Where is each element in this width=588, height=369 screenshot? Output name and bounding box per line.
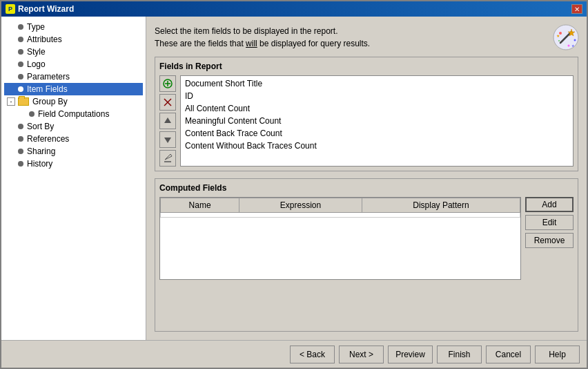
bullet-icon <box>18 136 23 142</box>
computed-inner: Name Expression Display Pattern Add <box>159 197 574 280</box>
list-item[interactable]: Document Short Title <box>182 77 571 90</box>
sidebar-item-style[interactable]: Style <box>4 46 143 58</box>
next-button[interactable]: Next > <box>339 346 384 363</box>
add-computed-button[interactable]: Add <box>525 197 574 212</box>
bullet-icon <box>18 149 23 154</box>
bullet-icon <box>18 37 23 42</box>
help-button[interactable]: Help <box>535 346 580 363</box>
add-field-button[interactable] <box>159 75 176 92</box>
fields-list[interactable]: Document Short Title ID All Content Coun… <box>180 75 574 167</box>
sidebar-item-group-by[interactable]: - Group By <box>4 95 143 108</box>
sidebar-item-parameters[interactable]: Parameters <box>4 70 143 83</box>
remove-field-button[interactable] <box>159 94 176 111</box>
sidebar-item-type[interactable]: Type <box>4 21 143 33</box>
report-wizard-window: P Report Wizard ✕ Type Attributes Style <box>0 0 588 369</box>
col-header-display-pattern: Display Pattern <box>362 198 520 213</box>
right-panel: ★ ★ Select the item fields to be display… <box>146 17 587 340</box>
wizard-wand-svg: ★ ★ <box>552 23 580 51</box>
svg-line-17 <box>165 154 170 160</box>
sidebar-item-sharing[interactable]: Sharing <box>4 145 143 158</box>
close-button[interactable]: ✕ <box>571 4 582 14</box>
svg-text:★: ★ <box>556 34 560 38</box>
list-item[interactable]: Content Without Back Traces Count <box>182 140 571 152</box>
wizard-icon: ★ ★ <box>552 23 580 53</box>
finish-button[interactable]: Finish <box>437 346 482 363</box>
description-line1: Select the item fields to be displayed i… <box>155 25 578 37</box>
sidebar-item-field-computations[interactable]: Field Computations <box>4 108 143 120</box>
fields-in-report-section: Fields in Report <box>155 57 578 171</box>
svg-line-18 <box>170 154 172 156</box>
move-down-button[interactable] <box>159 131 176 148</box>
fields-container: Document Short Title ID All Content Coun… <box>159 75 574 167</box>
sidebar-item-sort-by[interactable]: Sort By <box>4 120 143 133</box>
description-block: Select the item fields to be displayed i… <box>155 25 578 50</box>
fields-in-report-title: Fields in Report <box>159 62 574 71</box>
sidebar: Type Attributes Style Logo Parameters <box>1 17 146 340</box>
list-item[interactable]: Meaningful Content Count <box>182 115 571 127</box>
back-button[interactable]: < Back <box>290 346 335 363</box>
svg-marker-15 <box>164 138 171 143</box>
folder-icon <box>18 97 29 106</box>
list-item[interactable]: Content Back Trace Count <box>182 127 571 140</box>
preview-button[interactable]: Preview <box>388 346 433 363</box>
list-item[interactable]: All Content Count <box>182 102 571 115</box>
bullet-icon <box>18 86 23 92</box>
computed-fields-table: Name Expression Display Pattern <box>160 198 520 218</box>
window-title: Report Wizard <box>18 4 74 14</box>
edit-field-button[interactable] <box>159 150 176 167</box>
remove-computed-button[interactable]: Remove <box>525 233 574 248</box>
title-bar-left: P Report Wizard <box>6 4 74 14</box>
computed-action-buttons: Add Edit Remove <box>525 197 574 280</box>
footer: < Back Next > Preview Finish Cancel Help <box>1 340 587 368</box>
computed-fields-section: Computed Fields Name Expression Display … <box>155 178 578 332</box>
sidebar-item-item-fields[interactable]: Item Fields <box>4 83 143 95</box>
bullet-icon <box>18 62 23 67</box>
sidebar-item-logo[interactable]: Logo <box>4 58 143 70</box>
sidebar-item-history[interactable]: History <box>4 158 143 170</box>
computed-fields-table-wrapper: Name Expression Display Pattern <box>159 197 521 280</box>
list-item[interactable]: ID <box>182 90 571 102</box>
svg-point-6 <box>568 45 570 47</box>
col-header-expression: Expression <box>239 198 362 213</box>
description-line2: These are the fields that will be displa… <box>155 37 578 50</box>
sidebar-item-attributes[interactable]: Attributes <box>4 33 143 46</box>
svg-point-4 <box>574 39 576 41</box>
computed-fields-title: Computed Fields <box>159 183 574 193</box>
tree-expander-icon[interactable]: - <box>7 97 15 106</box>
svg-line-19 <box>165 156 172 160</box>
sidebar-item-references[interactable]: References <box>4 133 143 145</box>
main-content: Type Attributes Style Logo Parameters <box>1 17 587 340</box>
col-header-name: Name <box>161 198 239 213</box>
bullet-icon <box>29 111 35 117</box>
ptc-icon: P <box>6 4 15 14</box>
edit-computed-button[interactable]: Edit <box>525 215 574 230</box>
bullet-icon <box>18 161 23 167</box>
bullet-icon <box>18 24 23 30</box>
field-toolbar <box>159 75 176 167</box>
bullet-icon <box>18 124 23 129</box>
svg-point-5 <box>558 40 560 41</box>
table-row <box>161 213 520 218</box>
move-up-button[interactable] <box>159 113 176 129</box>
svg-marker-14 <box>164 117 171 123</box>
title-bar: P Report Wizard ✕ <box>1 1 587 17</box>
bullet-icon <box>18 49 23 55</box>
bullet-icon <box>18 74 23 79</box>
cancel-button[interactable]: Cancel <box>486 346 531 363</box>
